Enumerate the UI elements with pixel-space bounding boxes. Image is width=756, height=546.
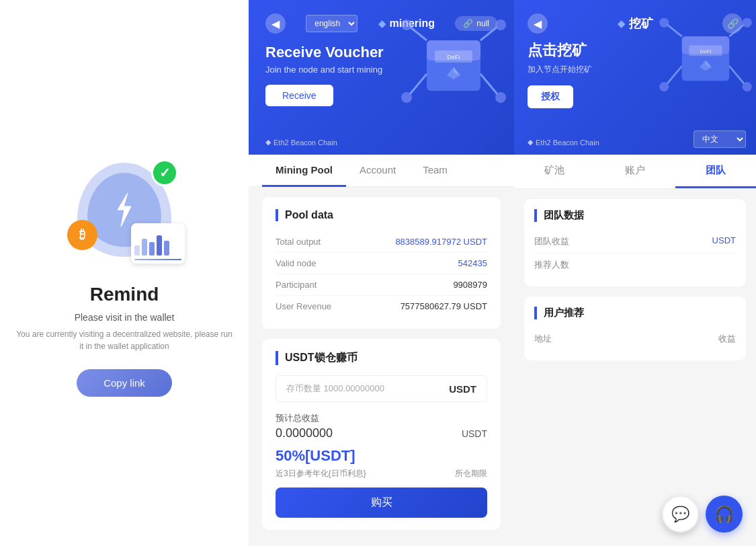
- referral-address-col: 地址: [534, 333, 552, 345]
- referral-card: 用户推荐 地址 收益: [524, 297, 746, 360]
- right-tab-account[interactable]: 账户: [595, 155, 675, 188]
- check-icon: ✓: [151, 159, 178, 186]
- remind-desc: You are currently visiting a decentraliz…: [13, 328, 235, 352]
- usdt-input-row[interactable]: 存币数量 1000.00000000 USDT: [276, 375, 487, 402]
- back-button[interactable]: ◀: [265, 13, 286, 34]
- right-content: 团队数据 团队收益 USDT 推荐人数 用户推荐 地址 收益: [514, 189, 756, 546]
- user-revenue-label: User Revenue: [276, 301, 331, 311]
- participant-value: 9908979: [453, 280, 487, 290]
- svg-point-13: [495, 92, 506, 103]
- referral-title: 用户推荐: [534, 307, 736, 319]
- chain-icon: ◆: [265, 138, 271, 147]
- team-data-card: 团队数据 团队收益 USDT 推荐人数: [524, 199, 746, 286]
- holding-label: 所仓期限: [455, 468, 487, 479]
- estimated-row: 预计总收益 0.0000000 USDT: [276, 412, 487, 440]
- copy-link-button[interactable]: Copy link: [77, 369, 172, 397]
- table-row: Participant 9908979: [276, 274, 487, 296]
- chat-fab-button[interactable]: 💬: [662, 496, 699, 533]
- right-banner-chain: ◆ Eth2 Beacon Chain: [528, 138, 599, 147]
- buy-button[interactable]: 购买: [276, 488, 487, 518]
- table-row: 推荐人数: [534, 254, 736, 276]
- chart-widget: [131, 223, 185, 264]
- banner-chain: ◆ Eth2 Beacon Chain: [265, 138, 337, 147]
- chat-icon: 💬: [671, 506, 689, 523]
- right-tab-mine[interactable]: 矿池: [514, 155, 595, 188]
- table-row: 团队收益 USDT: [534, 230, 736, 254]
- team-revenue-value: USDT: [712, 235, 736, 247]
- right-brand-text: 挖矿: [629, 15, 653, 32]
- right-banner: ◀ ◆ 挖矿 🔗 点击挖矿 加入节点开始挖矿 授权 ◆ Eth2 Beacon …: [514, 0, 756, 155]
- svg-point-23: [743, 18, 752, 28]
- right-eth-icon: ◆: [618, 18, 625, 29]
- estimated-unit: USDT: [462, 428, 487, 439]
- remind-title: Remind: [90, 284, 159, 305]
- referral-header-row: 地址 收益: [534, 327, 736, 350]
- receive-button[interactable]: Receive: [265, 85, 333, 106]
- right-chain-text: Eth2 Beacon Chain: [536, 139, 599, 147]
- participant-label: Participant: [276, 280, 317, 290]
- right-cube-svg: DeFi: [655, 3, 756, 111]
- usdt-input-unit: USDT: [449, 383, 476, 395]
- estimated-label: 预计总收益: [276, 412, 487, 424]
- right-panel: ◀ ◆ 挖矿 🔗 点击挖矿 加入节点开始挖矿 授权 ◆ Eth2 Beacon …: [514, 0, 756, 546]
- svg-line-8: [480, 27, 497, 40]
- svg-point-9: [495, 20, 506, 30]
- auth-button[interactable]: 授权: [528, 85, 573, 108]
- referral-revenue-col: 收益: [718, 333, 736, 345]
- usdt-card: USDT锁仓赚币 存币数量 1000.00000000 USDT 预计总收益 0…: [262, 339, 501, 530]
- svg-point-25: [659, 82, 669, 91]
- support-icon: 🎧: [714, 505, 734, 524]
- cube-svg: DeFi: [396, 7, 511, 121]
- right-banner-decoration: DeFi: [655, 3, 756, 114]
- rate-value: 50%[USDT]: [276, 447, 366, 465]
- right-chain-icon: ◆: [528, 138, 533, 147]
- valid-node-value: 542435: [458, 258, 487, 268]
- total-output-label: Total output: [276, 237, 321, 247]
- remind-subtitle: Please visit in the wallet: [75, 312, 175, 323]
- total-output-value: 8838589.917972 USDT: [395, 237, 487, 247]
- right-language-select[interactable]: 中文 English 한국어: [694, 130, 746, 148]
- banner-decoration: DeFi: [396, 7, 511, 124]
- svg-point-7: [401, 20, 412, 30]
- svg-line-20: [667, 24, 682, 36]
- svg-line-6: [410, 27, 427, 40]
- valid-node-label: Valid node: [276, 258, 316, 268]
- svg-point-11: [401, 92, 412, 103]
- team-revenue-label: 团队收益: [534, 235, 569, 247]
- middle-banner: ◀ english 中文 한국어 日本語 ◆ minering 🔗 null R…: [249, 0, 514, 155]
- estimated-value: 0.0000000: [276, 426, 333, 440]
- svg-point-21: [659, 18, 669, 28]
- language-select[interactable]: english 中文 한국어 日本語: [306, 15, 358, 32]
- estimated-value-row: 0.0000000 USDT: [276, 426, 487, 440]
- bitcoin-icon: ₿: [67, 220, 97, 250]
- middle-content: Pool data Total output 8838589.917972 US…: [249, 187, 514, 546]
- right-back-icon: ◀: [534, 17, 542, 30]
- right-back-button[interactable]: ◀: [528, 13, 548, 34]
- table-row: Total output 8838589.917972 USDT: [276, 231, 487, 253]
- left-panel: ✓ ₿ Remind Please visit in the wallet Yo…: [0, 0, 249, 546]
- tab-team[interactable]: Team: [409, 155, 461, 187]
- middle-tabs: Mining Pool Account Team: [249, 155, 514, 187]
- right-tab-team[interactable]: 团队: [675, 155, 756, 188]
- table-row: Valid node 542435: [276, 253, 487, 274]
- right-tabs: 矿池 账户 团队: [514, 155, 756, 189]
- right-brand: ◆ 挖矿: [618, 15, 653, 32]
- remind-illustration: ✓ ₿: [57, 149, 192, 270]
- svg-line-26: [729, 66, 744, 83]
- support-fab-button[interactable]: 🎧: [706, 496, 743, 533]
- svg-text:DeFi: DeFi: [447, 54, 460, 61]
- svg-point-27: [743, 82, 752, 91]
- tab-account[interactable]: Account: [346, 155, 409, 187]
- user-revenue-value: 7577580627.79 USDT: [401, 301, 487, 311]
- referral-count-label: 推荐人数: [534, 259, 569, 271]
- pool-data-title: Pool data: [276, 209, 487, 221]
- usdt-input-placeholder: 存币数量 1000.00000000: [286, 383, 384, 395]
- chain-text: Eth2 Beacon Chain: [274, 139, 337, 147]
- tab-mining-pool[interactable]: Mining Pool: [262, 155, 346, 187]
- middle-panel: ◀ english 中文 한국어 日本語 ◆ minering 🔗 null R…: [249, 0, 514, 546]
- rate-desc: 近3日参考年化{日币利息}: [276, 468, 366, 479]
- svg-text:DeFi: DeFi: [700, 48, 711, 54]
- eth-icon: ◆: [378, 18, 386, 29]
- svg-line-12: [480, 74, 497, 94]
- pool-data-card: Pool data Total output 8838589.917972 US…: [262, 197, 501, 329]
